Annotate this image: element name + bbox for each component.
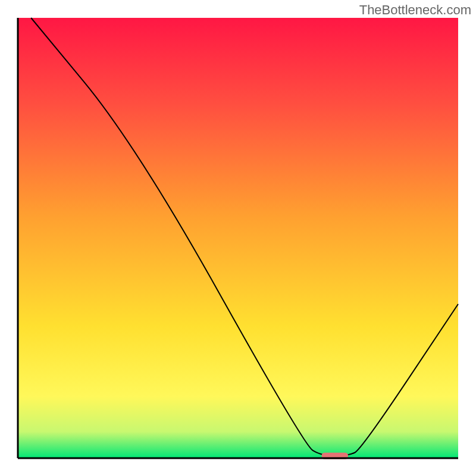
chart-wrapper: TheBottleneck.com xyxy=(0,0,476,476)
gradient-background xyxy=(18,18,458,458)
watermark-text: TheBottleneck.com xyxy=(359,2,471,18)
bottleneck-chart xyxy=(0,0,476,476)
